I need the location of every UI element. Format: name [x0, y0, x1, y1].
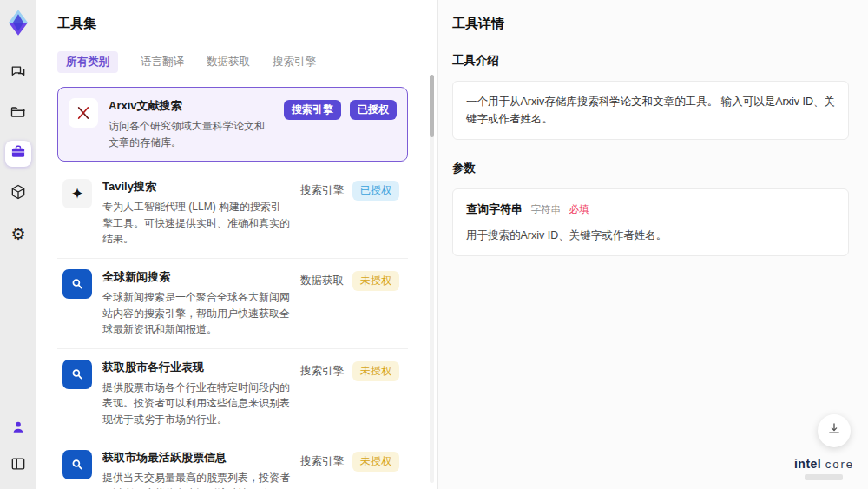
intel-wordmark: intel: [794, 457, 821, 471]
sidebar-nav: ⚙: [5, 61, 31, 247]
sidebar-bottom: [5, 416, 31, 479]
tool-name: 获取市场最活跃股票信息: [102, 450, 290, 466]
tool-tags: 搜索引擎 未授权: [300, 452, 399, 472]
tool-description: 专为人工智能代理 (LLM) 构建的搜索引擎工具。可快速提供实时、准确和真实的结…: [102, 199, 290, 248]
blue-search-icon: [62, 269, 92, 299]
app-window: ⚙ 工: [0, 0, 868, 489]
tool-list: Arxiv文献搜索 访问各个研究领域大量科学论文和文章的存储库。 搜索引擎 已授…: [57, 87, 420, 489]
app-logo-icon[interactable]: [5, 9, 31, 36]
param-description: 用于搜索的Arxiv ID、关键字或作者姓名。: [466, 227, 835, 244]
gear-icon: ⚙: [10, 226, 25, 242]
tool-name: Tavily搜索: [102, 179, 290, 195]
param-header: 查询字符串 字符串 必填: [466, 201, 835, 219]
sidebar-item-packages[interactable]: [5, 181, 31, 207]
tool-card-global-news[interactable]: 全球新闻搜索 全球新闻搜索是一个聚合全球各大新闻网站内容的搜索引擎，帮助用户快速…: [57, 259, 408, 349]
tool-tags: 搜索引擎 已授权: [300, 181, 399, 201]
intel-core-logo: intel core: [794, 456, 854, 480]
intro-box: 一个用于从Arxiv存储库搜索科学论文和文章的工具。 输入可以是Arxiv ID…: [452, 81, 849, 140]
tool-info: 获取市场最活跃股票信息 提供当天交易量最高的股票列表，投资者可以利用这些信息来识…: [102, 450, 290, 489]
detail-title: 工具详情: [452, 16, 849, 32]
cube-icon: [10, 183, 27, 204]
download-icon: [826, 421, 842, 440]
auth-badge: 已授权: [350, 100, 397, 120]
tool-info: Tavily搜索 专为人工智能代理 (LLM) 构建的搜索引擎工具。可快速提供实…: [102, 179, 290, 248]
tab-data-fetch[interactable]: 数据获取: [207, 51, 250, 73]
param-box: 查询字符串 字符串 必填 用于搜索的Arxiv ID、关键字或作者姓名。: [452, 188, 849, 256]
sidebar-item-toolbox[interactable]: [5, 141, 31, 167]
tool-name: 获取股市各行业表现: [102, 360, 290, 375]
param-required-badge: 必填: [569, 204, 589, 215]
tool-tags: 搜索引擎 未授权: [300, 361, 399, 381]
tab-all-categories[interactable]: 所有类别: [57, 51, 118, 73]
intro-heading: 工具介绍: [452, 53, 849, 69]
tool-detail-panel: 工具详情 工具介绍 一个用于从Arxiv存储库搜索科学论文和文章的工具。 输入可…: [438, 0, 868, 489]
folder-icon: [10, 103, 27, 124]
category-label: 搜索引擎: [300, 183, 344, 198]
tool-card-active-stocks[interactable]: 获取市场最活跃股票信息 提供当天交易量最高的股票列表，投资者可以利用这些信息来识…: [57, 439, 408, 489]
scrollbar-thumb[interactable]: [430, 75, 434, 137]
intel-sub-badge: [805, 474, 843, 480]
tool-description: 访问各个研究领域大量科学论文和文章的存储库。: [108, 118, 273, 150]
sidebar-item-folder[interactable]: [5, 101, 31, 127]
tool-tags: 搜索引擎 已授权: [284, 100, 397, 120]
tool-list-panel: 工具集 所有类别 语言翻译 数据获取 搜索引擎 Arxiv文献搜索 访问各个研究…: [36, 0, 438, 489]
auth-badge: 已授权: [352, 181, 399, 201]
category-label: 搜索引擎: [300, 364, 344, 379]
tab-search-engine[interactable]: 搜索引擎: [273, 51, 316, 73]
user-icon: [10, 419, 27, 439]
category-label: 搜索引擎: [300, 454, 344, 469]
blue-search-icon: [62, 450, 92, 479]
tool-name: 全球新闻搜索: [102, 269, 290, 285]
chat-icon: [10, 63, 27, 84]
auth-badge: 未授权: [352, 452, 399, 472]
category-badge: 搜索引擎: [284, 100, 341, 120]
category-tabs: 所有类别 语言翻译 数据获取 搜索引擎: [57, 51, 420, 73]
category-label: 数据获取: [300, 274, 344, 288]
tool-name: Arxiv文献搜索: [108, 98, 273, 114]
tool-card-stock-sectors[interactable]: 获取股市各行业表现 提供股票市场各个行业在特定时间段内的表现。投资者可以利用这些…: [57, 349, 408, 439]
sidebar-item-settings[interactable]: ⚙: [5, 221, 31, 247]
panel-icon: [10, 455, 27, 476]
blue-search-icon: [62, 360, 92, 389]
core-wordmark: core: [825, 458, 854, 471]
tool-description: 全球新闻搜索是一个聚合全球各大新闻网站内容的搜索引擎，帮助用户快速获取全球最新资…: [102, 289, 290, 338]
sidebar-item-collapse[interactable]: [5, 453, 31, 479]
tool-tags: 数据获取 未授权: [300, 271, 399, 291]
list-scrollbar[interactable]: [430, 75, 434, 483]
tab-language-translation[interactable]: 语言翻译: [141, 51, 184, 73]
sidebar-item-user[interactable]: [5, 416, 31, 442]
tool-info: Arxiv文献搜索 访问各个研究领域大量科学论文和文章的存储库。: [108, 98, 273, 150]
page-title: 工具集: [57, 16, 420, 32]
tool-info: 获取股市各行业表现 提供股票市场各个行业在特定时间段内的表现。投资者可以利用这些…: [102, 360, 290, 428]
tool-info: 全球新闻搜索 全球新闻搜索是一个聚合全球各大新闻网站内容的搜索引擎，帮助用户快速…: [102, 269, 290, 338]
tool-description: 提供股票市场各个行业在特定时间段内的表现。投资者可以利用这些信息来识别表现优于或…: [102, 380, 290, 428]
tool-description: 提供当天交易量最高的股票列表，投资者可以利用这些信息来识别流动性强的股票和潜在的…: [102, 470, 290, 489]
params-heading: 参数: [452, 161, 849, 176]
tool-card-tavily[interactable]: ✦ Tavily搜索 专为人工智能代理 (LLM) 构建的搜索引擎工具。可快速提…: [57, 169, 408, 259]
param-type: 字符串: [530, 204, 561, 215]
auth-badge: 未授权: [352, 271, 399, 291]
auth-badge: 未授权: [352, 361, 399, 381]
sidebar-item-chat[interactable]: [5, 61, 31, 87]
briefcase-icon: [10, 143, 27, 164]
download-button[interactable]: [818, 414, 851, 447]
tool-card-arxiv[interactable]: Arxiv文献搜索 访问各个研究领域大量科学论文和文章的存储库。 搜索引擎 已授…: [57, 87, 408, 162]
arxiv-icon: [69, 98, 98, 128]
sidebar: ⚙: [0, 0, 36, 489]
tavily-star-icon: ✦: [62, 179, 92, 208]
param-name: 查询字符串: [466, 202, 523, 215]
